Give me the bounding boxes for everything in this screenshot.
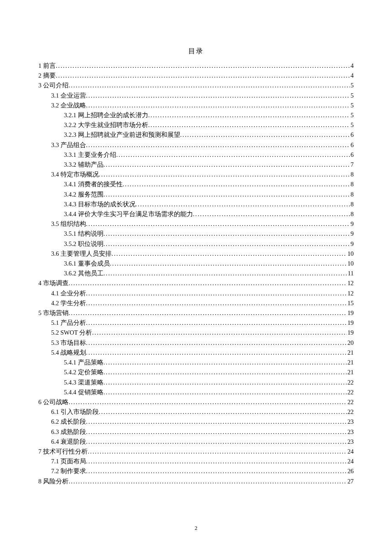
- toc-entry-label: 3.4.4 评价大学生实习平台满足市场需求的能力: [64, 209, 193, 219]
- toc-entry: 5.4.3 渠道策略22: [38, 378, 354, 387]
- toc-entry-page: 5: [350, 120, 354, 130]
- toc-entry-page: 10: [347, 249, 354, 259]
- toc-leader-dots: [99, 170, 350, 179]
- toc-entry-label: 5.4.4 促销策略: [64, 387, 104, 397]
- toc-leader-dots: [86, 466, 347, 476]
- toc-entry-label: 6.3 成熟阶段: [51, 427, 86, 437]
- toc-leader-dots: [104, 387, 347, 397]
- toc-entry-label: 5 市场营销: [38, 308, 69, 318]
- toc-entry-page: 19: [347, 328, 354, 338]
- toc-entry-page: 5: [350, 91, 354, 101]
- toc-entry-page: 5: [350, 81, 354, 90]
- toc-entry-page: 6: [350, 140, 354, 150]
- toc-entry-label: 4.1 企业分析: [51, 289, 86, 298]
- toc-entry-label: 3.3 产品组合: [51, 140, 86, 150]
- toc-leader-dots: [69, 308, 347, 318]
- toc-entry-page: 19: [347, 318, 354, 328]
- toc-entry: 6 公司战略22: [38, 397, 354, 407]
- toc-leader-dots: [135, 199, 350, 209]
- toc-entry: 3.4.2 服务范围8: [38, 190, 354, 199]
- toc-leader-dots: [86, 101, 350, 110]
- toc-entry-label: 4.2 学生分析: [51, 298, 86, 308]
- toc-entry: 3.3.1 主要业务介绍6: [38, 150, 354, 160]
- toc-entry-label: 3.4 特定市场概况: [51, 170, 99, 179]
- toc-entry-label: 4 市场调查: [38, 278, 69, 288]
- toc-entry: 7.1 页面布局24: [38, 457, 354, 466]
- toc-leader-dots: [86, 289, 347, 298]
- toc-entry-page: 24: [347, 457, 354, 466]
- toc-entry-label: 5.4.3 渠道策略: [64, 378, 104, 387]
- toc-entry-page: 12: [347, 289, 354, 298]
- toc-entry-label: 7.2 制作要求: [51, 466, 86, 476]
- toc-entry: 7 技术可行性分析24: [38, 447, 354, 457]
- toc-entry-page: 10: [347, 259, 354, 269]
- toc-leader-dots: [104, 160, 350, 170]
- toc-entry-page: 6: [350, 130, 354, 140]
- toc-entry-page: 8: [350, 209, 354, 219]
- toc-entry-page: 22: [347, 387, 354, 397]
- toc-entry: 5.4.4 促销策略22: [38, 387, 354, 397]
- toc-entry: 3.2.2 大学生就业招聘市场分析5: [38, 120, 354, 130]
- toc-entry-page: 24: [347, 447, 354, 457]
- toc-title: 目录: [38, 47, 354, 56]
- toc-entry-page: 8: [350, 190, 354, 199]
- toc-leader-dots: [86, 140, 350, 150]
- toc-entry-page: 26: [347, 466, 354, 476]
- toc-leader-dots: [104, 378, 347, 387]
- toc-entry-label: 3.4.2 服务范围: [64, 190, 104, 199]
- toc-leader-dots: [56, 71, 350, 81]
- page-number: 2: [0, 525, 392, 532]
- toc-entry-label: 3 公司介绍: [38, 81, 69, 90]
- toc-entry-label: 3.5.1 结构说明: [64, 229, 104, 239]
- toc-entry: 2 摘要4: [38, 71, 354, 81]
- toc-leader-dots: [86, 219, 350, 229]
- toc-leader-dots: [86, 437, 347, 447]
- toc-entry-label: 5.2 SWOT 分析: [51, 328, 92, 338]
- toc-entry-page: 4: [350, 71, 354, 81]
- toc-entry: 6.4 衰退阶段23: [38, 437, 354, 447]
- toc-entry-page: 15: [347, 298, 354, 308]
- toc-leader-dots: [193, 209, 350, 219]
- toc-entry: 3.5 组织结构9: [38, 219, 354, 229]
- toc-entry-page: 21: [347, 367, 354, 377]
- toc-leader-dots: [104, 367, 347, 377]
- toc-entry-label: 6 公司战略: [38, 397, 69, 407]
- toc-entry: 3.1 企业运营5: [38, 91, 354, 101]
- toc-entry-page: 23: [347, 427, 354, 437]
- toc-leader-dots: [92, 328, 346, 338]
- toc-leader-dots: [148, 110, 350, 120]
- toc-entry-label: 5.3 市场目标: [51, 338, 86, 348]
- toc-entry: 3.5.1 结构说明9: [38, 229, 354, 239]
- toc-entry-page: 9: [350, 219, 354, 229]
- document-page: 目录 1 前言42 摘要43 公司介绍53.1 企业运营53.2 企业战略53.…: [0, 0, 392, 512]
- toc-entry: 5.4.1 产品策略21: [38, 358, 354, 367]
- toc-entry-label: 7.1 页面布局: [51, 457, 86, 466]
- toc-entry: 4.2 学生分析15: [38, 298, 354, 308]
- toc-entry: 6.3 成熟阶段23: [38, 427, 354, 437]
- toc-entry-label: 3.2.2 大学生就业招聘市场分析: [64, 120, 148, 130]
- toc-entry-label: 7 技术可行性分析: [38, 447, 88, 457]
- toc-entry-page: 22: [347, 397, 354, 407]
- toc-entry-label: 3.3.1 主要业务介绍: [64, 150, 116, 160]
- toc-leader-dots: [86, 417, 347, 427]
- toc-entry-page: 8: [350, 199, 354, 209]
- toc-entry-label: 3.3.2 辅助产品: [64, 160, 104, 170]
- toc-entry-label: 6.4 衰退阶段: [51, 437, 86, 447]
- toc-entry: 3.5.2 职位说明9: [38, 239, 354, 249]
- toc-entry-label: 3.6 主要管理人员安排: [51, 249, 112, 259]
- toc-entry-page: 21: [347, 358, 354, 367]
- toc-entry: 1 前言4: [38, 61, 354, 71]
- toc-entry: 5.4.2 定价策略21: [38, 367, 354, 377]
- toc-entry: 3.2 企业战略5: [38, 101, 354, 110]
- toc-leader-dots: [69, 81, 350, 90]
- toc-entry-page: 5: [350, 110, 354, 120]
- toc-leader-dots: [86, 338, 347, 348]
- toc-leader-dots: [99, 407, 347, 417]
- toc-leader-dots: [86, 348, 347, 358]
- toc-entry-label: 3.4.3 目标市场的成长状况: [64, 199, 135, 209]
- toc-entry-label: 6.1 引入市场阶段: [51, 407, 99, 417]
- toc-entry-page: 7: [350, 160, 354, 170]
- toc-entry-page: 5: [350, 101, 354, 110]
- toc-entry: 4 市场调查12: [38, 278, 354, 288]
- toc-entry-label: 2 摘要: [38, 71, 56, 81]
